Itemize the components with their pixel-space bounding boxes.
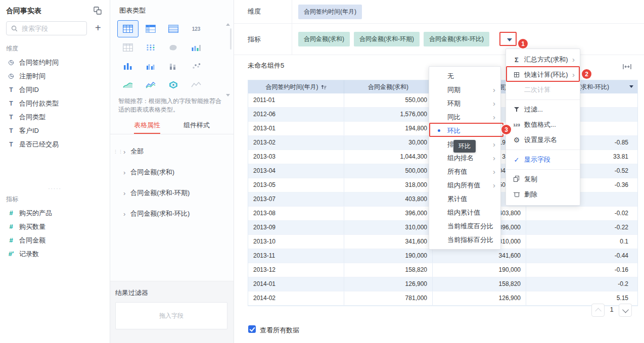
field-menu-item[interactable]: 删除 xyxy=(506,187,580,202)
filter-dropzone[interactable]: 拖入字段 xyxy=(115,302,227,329)
view-all-data-checkbox[interactable] xyxy=(248,325,256,333)
quick-calc-menu-item[interactable]: 环比 xyxy=(429,124,500,137)
column-header-sum[interactable]: 合同金额(求和) xyxy=(344,80,433,93)
quick-calc-menu-item[interactable]: 组内排名 › xyxy=(429,151,500,165)
dimension-field-item[interactable]: 客户ID xyxy=(0,124,110,137)
detail-table-icon[interactable] xyxy=(163,20,184,37)
field-menu-item[interactable]: 快速计算(环比) › xyxy=(506,67,580,82)
cross-table-icon[interactable] xyxy=(140,20,161,37)
table-row[interactable]: 2013-12 158,820 190,000 -0.16 xyxy=(248,263,637,277)
property-group[interactable]: › 合同金额(求和-环期) xyxy=(110,187,234,199)
page-up-button[interactable] xyxy=(591,304,605,317)
measure-pill[interactable]: 合同金额(求和-环期) xyxy=(354,32,420,46)
column-dropdown-icon[interactable] xyxy=(629,85,633,88)
quick-calc-menu-item[interactable]: 当前指标百分比 xyxy=(429,233,500,247)
measure-field-item[interactable]: 记录数 xyxy=(0,247,110,261)
dimension-pill[interactable]: 合同签约时间(年月) xyxy=(298,5,362,19)
table-cell: 126,900 xyxy=(433,291,526,305)
stacked-chart-icon[interactable] xyxy=(163,58,184,75)
area-chart-icon[interactable] xyxy=(117,76,139,93)
column-header-label: 合同金额(求和) xyxy=(368,83,408,91)
kpi-card-icon[interactable]: 123 xyxy=(186,20,207,37)
measure-field-item[interactable]: 购买的产品 xyxy=(0,206,110,220)
scatter-chart-icon[interactable] xyxy=(186,58,207,75)
table-row[interactable]: 2013-11 190,000 341,600 -0.44 xyxy=(248,249,637,263)
filled-map-icon[interactable] xyxy=(163,39,184,56)
quick-calc-menu-item[interactable]: 组内累计值 xyxy=(429,206,500,219)
spark-line-icon[interactable] xyxy=(186,76,207,93)
line-chart-icon[interactable] xyxy=(140,76,161,93)
page-down-button[interactable] xyxy=(619,304,632,317)
scroll-up-icon[interactable] xyxy=(226,23,230,26)
measure-dropdown-button[interactable] xyxy=(503,34,516,45)
measure-field-item[interactable]: 购买数量 xyxy=(0,220,110,233)
field-menu-item[interactable]: 复制 xyxy=(506,172,580,187)
column-header-date[interactable]: 合同签约时间(年月) xyxy=(248,80,344,93)
dimension-field-item[interactable]: 合同签约时间 xyxy=(0,56,110,69)
switch-dataset-icon[interactable] xyxy=(94,7,102,15)
add-field-button[interactable]: + xyxy=(95,22,101,34)
menu-item-label: 数值格式... xyxy=(524,120,556,129)
measure-field-item[interactable]: 合同金额 xyxy=(0,233,110,247)
drag-handle-icon[interactable]: ⋮⋮ xyxy=(113,149,123,154)
quick-calc-menu-item[interactable]: 无 xyxy=(429,69,500,83)
dimension-field-item[interactable]: 注册时间 xyxy=(0,69,110,83)
quick-calc-menu-item[interactable]: 环期 › xyxy=(429,96,500,110)
field-menu-item[interactable]: 二次计算 xyxy=(506,82,580,97)
quick-calc-menu-item[interactable]: 同期 › xyxy=(429,83,500,96)
field-menu-item[interactable]: 数值格式... xyxy=(506,117,580,132)
scroll-down-icon[interactable] xyxy=(226,94,230,96)
property-group[interactable]: › 合同金额(求和-环比) xyxy=(110,208,234,220)
dimension-field-item[interactable]: 合同付款类型 xyxy=(0,96,110,110)
quick-calc-menu-item[interactable]: 所有值 › xyxy=(429,165,500,178)
field-menu-item[interactable]: 设置显示名 xyxy=(506,132,580,148)
field-type-icon xyxy=(7,223,15,230)
field-menu-row: 汇总方式(求和) › xyxy=(506,52,580,67)
scrollbar-thumb[interactable] xyxy=(230,28,232,50)
search-input[interactable] xyxy=(7,22,86,35)
dimension-field-item[interactable]: 是否已经交易 xyxy=(0,137,110,151)
chevron-right-icon[interactable]: › xyxy=(123,210,125,218)
table-row[interactable]: 2014-01 126,900 158,820 -0.2 xyxy=(248,277,637,291)
menu-item-label: 组内累计值 xyxy=(447,209,480,216)
field-label: 合同ID xyxy=(19,85,39,94)
quick-calc-menu-item[interactable]: 组内所有值 › xyxy=(429,178,500,192)
field-menu-item[interactable]: 过滤... xyxy=(506,102,580,117)
pivot-table-icon[interactable] xyxy=(117,39,139,56)
chevron-right-icon[interactable]: › xyxy=(123,189,125,197)
field-label: 是否已经交易 xyxy=(19,140,59,149)
config-tab[interactable]: 组件样式 xyxy=(183,117,210,134)
property-group[interactable]: ⋮⋮ › 全部 xyxy=(110,145,234,158)
dimension-field-item[interactable]: 合同类型 xyxy=(0,110,110,124)
quick-calc-menu-item[interactable]: 累计值 xyxy=(429,192,500,206)
gauge-chart-icon[interactable] xyxy=(163,76,184,93)
field-menu-item[interactable]: 汇总方式(求和) › xyxy=(506,52,580,67)
chevron-right-icon[interactable]: › xyxy=(123,169,125,176)
menu-item-icon xyxy=(512,136,521,144)
chevron-right-icon[interactable]: › xyxy=(123,148,125,156)
property-group[interactable]: › 合同金额(求和) xyxy=(110,166,234,178)
quick-calc-menu-item[interactable]: 当前维度百分比 xyxy=(429,219,500,233)
table-cell: 30,000 xyxy=(344,136,433,150)
table-cell: 2013-05 xyxy=(248,178,344,192)
field-menu-item[interactable]: 显示字段 xyxy=(506,152,580,167)
column-chart-icon[interactable] xyxy=(117,58,139,75)
result-filter-section: 结果过滤器 拖入字段 xyxy=(110,281,234,343)
hover-tooltip: 环比 xyxy=(453,140,476,153)
dimension-field-item[interactable]: 合同ID xyxy=(0,83,110,96)
panel-resize-handle[interactable]: ····· xyxy=(0,186,110,191)
sort-icon[interactable] xyxy=(321,84,327,90)
measure-pill[interactable]: 合同金额(求和) xyxy=(298,32,350,46)
measure-pill[interactable]: 合同金额(求和-环比) xyxy=(424,32,489,46)
table-cell: 2013-08 xyxy=(248,207,344,220)
multi-column-icon[interactable] xyxy=(186,39,207,56)
search-field-box[interactable] xyxy=(6,21,87,35)
fit-width-icon[interactable] xyxy=(623,63,631,72)
table-row[interactable]: 2014-02 781,000 126,900 5.15 xyxy=(248,291,637,306)
column-duo-icon[interactable] xyxy=(140,58,161,75)
config-tab[interactable]: 表格属性 xyxy=(134,117,160,134)
quick-calc-menu-item[interactable]: 同比 › xyxy=(429,110,500,124)
property-group-label: 合同金额(求和-环比) xyxy=(130,209,190,218)
group-table-icon[interactable] xyxy=(117,20,139,37)
point-chart-icon[interactable] xyxy=(140,39,161,56)
